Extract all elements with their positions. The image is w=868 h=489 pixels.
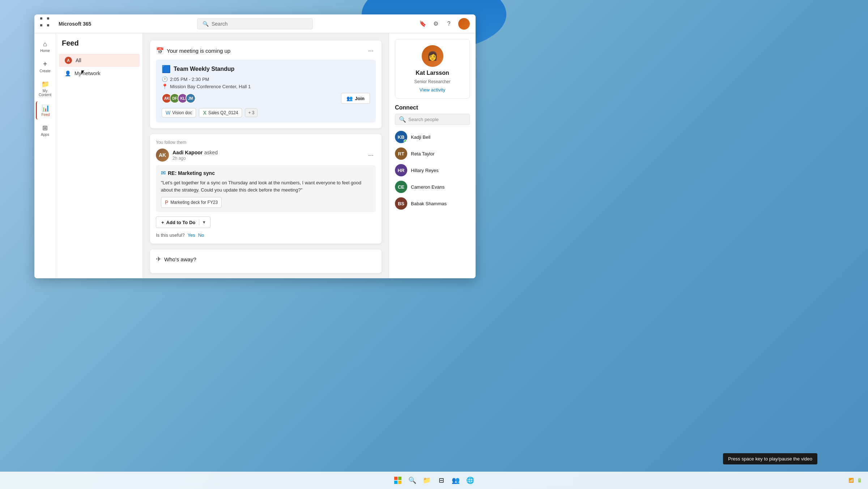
taskbar-start-button[interactable] <box>392 475 404 486</box>
feed-nav-all[interactable]: A All <box>59 54 140 67</box>
connect-search-placeholder: Search people <box>408 117 439 122</box>
sidebar-item-home[interactable]: ⌂ Home <box>36 38 55 56</box>
outlook-icon: ✉ <box>161 170 166 176</box>
svg-rect-3 <box>398 481 401 484</box>
follow-label: You follow them <box>156 140 376 145</box>
yes-button[interactable]: Yes <box>188 232 195 238</box>
meeting-actions: AK DF KL JM 👥 Join <box>162 93 370 104</box>
person-name-kadji: Kadji Bell <box>411 134 430 140</box>
meeting-card: 📅 Your meeting is coming up ··· 🟦 Team W… <box>150 40 382 128</box>
attachment-name: Marketing deck for FY23 <box>170 200 218 205</box>
bookmark-icon[interactable]: 🔖 <box>419 20 426 27</box>
whos-away-header: ✈ Who's away? <box>156 255 376 263</box>
post-card: You follow them AK Aadi Kapoor asked 2h … <box>150 134 382 244</box>
join-label: Join <box>355 96 365 101</box>
post-author-avatar: AK <box>156 149 169 162</box>
sidebar-label-home: Home <box>40 49 50 53</box>
settings-icon[interactable]: ⚙ <box>432 20 439 27</box>
no-button[interactable]: No <box>198 232 204 238</box>
taskbar-browser-button[interactable]: 🌐 <box>464 475 476 486</box>
sidebar-item-feed[interactable]: 📊 Feed <box>36 101 55 120</box>
whos-away-title: Who's away? <box>164 256 196 262</box>
add-todo-button[interactable]: + Add to To Do ▾ <box>156 216 210 228</box>
location-icon: 📍 <box>162 83 168 89</box>
connect-section: Connect 🔍 Search people KB Kadji Bell RT <box>395 104 470 212</box>
tooltip: Press space key to play/pause the video <box>723 453 817 464</box>
doc-chip-vision[interactable]: W Vision doc <box>162 108 196 117</box>
person-avatar-hillary: HR <box>395 164 407 176</box>
feed-nav-my-network[interactable]: 👤 My network <box>59 68 140 79</box>
connect-title: Connect <box>395 104 470 111</box>
meeting-location: 📍 Mission Bay Conference Center, Hall 1 <box>162 83 370 89</box>
email-preview: ✉ RE: Marketing sync "Let's get together… <box>156 165 376 212</box>
taskbar-right: 📶 🔋 <box>848 478 862 483</box>
profile-name: Kat Larsson <box>416 70 449 76</box>
post-author-info: Aadi Kapoor asked 2h ago <box>173 149 218 161</box>
taskbar-teams-icon: 👥 <box>452 476 460 484</box>
taskbar-files-button[interactable]: 📁 <box>421 475 433 486</box>
apps-grid-button[interactable] <box>40 17 53 30</box>
search-icon: 🔍 <box>203 21 209 27</box>
meeting-location-text: Mission Bay Conference Center, Hall 1 <box>170 84 251 89</box>
my-content-icon: 📁 <box>41 80 49 88</box>
doc-chip-sales[interactable]: X Sales Q2_0124 <box>199 108 242 117</box>
person-name-hillary: Hillary Reyes <box>411 168 439 173</box>
person-item-hillary[interactable]: HR Hillary Reyes <box>395 162 470 179</box>
plus-icon: + <box>161 220 164 225</box>
person-avatar-kadji: KB <box>395 131 407 143</box>
view-activity-link[interactable]: View activity <box>420 87 445 93</box>
person-avatar-image-babak: BS <box>395 197 407 210</box>
meeting-time-text: 2:05 PM - 2:30 PM <box>170 77 209 82</box>
meeting-header-left: 📅 Your meeting is coming up <box>156 47 230 55</box>
person-item-cameron[interactable]: CE Cameron Evans <box>395 179 470 195</box>
doc-name-sales: Sales Q2_0124 <box>208 110 238 115</box>
calendar-icon: 📅 <box>156 47 164 55</box>
sidebar: ⌂ Home + Create 📁 My Content 📊 Feed ⊞ Ap… <box>34 33 56 278</box>
meeting-card-header: 📅 Your meeting is coming up ··· <box>156 46 376 55</box>
profile-card: 👩 Kat Larsson Senior Researcher View act… <box>395 39 470 99</box>
word-icon: W <box>166 110 170 116</box>
clock-icon: 🕐 <box>162 76 168 82</box>
apps-icon: ⊞ <box>42 124 48 132</box>
search-placeholder: Search <box>212 21 227 27</box>
todo-row: + Add to To Do ▾ <box>156 216 376 228</box>
todo-label: Add to To Do <box>166 220 196 225</box>
whos-away-card: ✈ Who's away? <box>150 249 382 273</box>
join-button[interactable]: 👥 Join <box>341 93 370 104</box>
sidebar-label-feed: Feed <box>42 113 50 117</box>
user-avatar[interactable] <box>458 18 470 30</box>
email-header: ✉ RE: Marketing sync <box>161 170 371 176</box>
home-icon: ⌂ <box>43 40 47 48</box>
meeting-more-button[interactable]: ··· <box>366 46 376 55</box>
post-more-button[interactable]: ··· <box>366 151 376 160</box>
sidebar-item-apps[interactable]: ⊞ Apps <box>36 121 55 140</box>
feed-nav: Feed A All 👤 My network <box>56 33 143 278</box>
create-icon: + <box>43 60 47 68</box>
meeting-inner: 🟦 Team Weekly Standup 🕐 2:05 PM - 2:30 P… <box>156 60 376 123</box>
useful-row: Is this useful? Yes No <box>156 232 376 238</box>
help-icon[interactable]: ? <box>445 20 452 27</box>
connect-search[interactable]: 🔍 Search people <box>395 114 470 125</box>
taskbar-battery-icon: 🔋 <box>857 478 862 483</box>
person-item-reta[interactable]: RT Reta Taylor <box>395 145 470 162</box>
feed-nav-all-label: All <box>76 57 81 63</box>
sidebar-label-apps: Apps <box>41 133 49 137</box>
person-item-babak[interactable]: BS Babak Shammas <box>395 195 470 212</box>
taskbar-teams-button[interactable]: 👥 <box>450 475 461 486</box>
person-name-reta: Reta Taylor <box>411 151 435 156</box>
taskbar-search-button[interactable]: 🔍 <box>407 475 418 486</box>
person-avatar-cameron: CE <box>395 181 407 193</box>
feed-icon: 📊 <box>42 104 50 112</box>
taskbar-store-button[interactable]: ⊟ <box>435 475 447 486</box>
person-item-kadji[interactable]: KB Kadji Bell <box>395 129 470 145</box>
profile-avatar-image: 👩 <box>422 45 443 67</box>
sidebar-item-create[interactable]: + Create <box>36 57 55 76</box>
email-attachment[interactable]: P Marketing deck for FY23 <box>161 197 222 208</box>
all-icon: A <box>65 57 72 64</box>
excel-icon: X <box>203 110 206 116</box>
avatar-4: JM <box>186 93 196 103</box>
post-author-row: AK Aadi Kapoor asked 2h ago <box>156 149 218 162</box>
docs-plus-badge: + 3 <box>245 108 258 117</box>
sidebar-item-my-content[interactable]: 📁 My Content <box>36 77 55 100</box>
global-search[interactable]: 🔍 Search <box>197 18 313 29</box>
